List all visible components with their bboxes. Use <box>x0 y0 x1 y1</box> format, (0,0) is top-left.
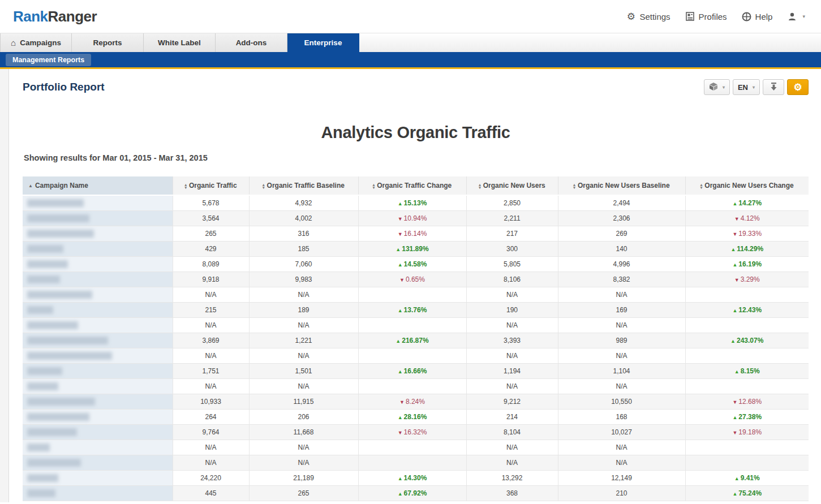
organic-traffic-change-cell: ▲13.76% <box>358 302 466 317</box>
redacted-campaign-name <box>27 321 78 329</box>
profiles-menu-item[interactable]: Profiles <box>685 11 727 21</box>
redacted-campaign-name <box>27 199 84 207</box>
help-menu-item[interactable]: Help <box>742 11 773 21</box>
tab-add-ons[interactable]: Add-ons <box>216 33 287 52</box>
campaign-name-cell[interactable] <box>23 378 173 394</box>
redacted-campaign-name <box>27 443 50 451</box>
redacted-campaign-name <box>27 413 89 421</box>
change-value: 12.68% <box>738 398 762 406</box>
organic-traffic-baseline-cell: 7,060 <box>249 256 358 272</box>
campaign-name-cell[interactable] <box>23 195 173 210</box>
campaign-name-cell[interactable] <box>23 348 173 363</box>
download-button[interactable] <box>763 79 784 95</box>
campaign-name-cell[interactable] <box>23 241 173 256</box>
organic-new-users-baseline-cell: 210 <box>558 485 685 501</box>
organic-new-users-change-cell: ▼12.68% <box>685 394 809 409</box>
organic-traffic-baseline-cell: 21,189 <box>249 470 358 485</box>
widget-selector-button[interactable]: ▾ <box>704 79 730 95</box>
campaign-name-cell[interactable] <box>23 226 173 241</box>
column-header-organic-new-users-change[interactable]: ▴▾Organic New Users Change <box>685 176 809 195</box>
change-value: 8.24% <box>406 398 425 406</box>
change-value: 67.92% <box>404 489 427 497</box>
user-account-menu[interactable]: ▾ <box>787 11 805 21</box>
table-row: 24,22021,189▲14.30%13,29212,149▲9.41% <box>23 470 809 485</box>
campaign-name-cell[interactable] <box>23 210 173 226</box>
campaign-name-cell[interactable] <box>23 470 173 485</box>
redacted-campaign-name <box>27 275 60 283</box>
table-row: 3,5644,002▼10.94%2,2112,306▼4.12% <box>23 210 809 226</box>
organic-traffic-baseline-cell: 1,221 <box>249 333 358 348</box>
chevron-down-icon: ▾ <box>753 85 755 90</box>
column-header-organic-new-users[interactable]: ▴▾Organic New Users <box>466 176 558 195</box>
arrow-down-icon: ▼ <box>398 231 403 237</box>
report-settings-button[interactable]: ⚙ <box>787 79 809 95</box>
change-value: 15.13% <box>404 199 427 207</box>
campaign-name-cell[interactable] <box>23 455 173 470</box>
column-header-organic-new-users-baseline[interactable]: ▴▾Organic New Users Baseline <box>558 176 685 195</box>
organic-new-users-change-cell <box>685 287 809 302</box>
language-selector-button[interactable]: EN ▾ <box>733 79 760 95</box>
organic-new-users-change-cell: ▲9.41% <box>685 470 809 485</box>
organic-traffic-change-cell <box>358 440 466 455</box>
arrow-down-icon: ▼ <box>732 399 737 405</box>
organic-traffic-change-cell <box>358 287 466 302</box>
campaign-name-cell[interactable] <box>23 256 173 272</box>
change-value: 9.41% <box>741 474 760 482</box>
organic-new-users-cell: 5,805 <box>466 256 558 272</box>
column-header-organic-traffic[interactable]: ▴▾Organic Traffic <box>173 176 249 195</box>
table-row: 215189▲13.76%190169▲12.43% <box>23 302 809 317</box>
tab-reports[interactable]: Reports <box>72 33 144 52</box>
arrow-down-icon: ▼ <box>732 430 737 436</box>
campaign-name-cell[interactable] <box>23 394 173 409</box>
organic-traffic-baseline-cell: N/A <box>249 348 358 363</box>
table-row: 445265▲67.92%368210▲75.24% <box>23 485 809 501</box>
column-header-campaign-name[interactable]: ▲Campaign Name <box>23 176 173 195</box>
change-value: 28.16% <box>404 413 427 421</box>
change-value: 14.58% <box>404 260 427 268</box>
organic-traffic-cell: N/A <box>173 287 249 302</box>
column-label: Organic Traffic Baseline <box>267 182 345 189</box>
organic-traffic-baseline-cell: 4,932 <box>249 195 358 210</box>
arrow-up-icon: ▲ <box>734 369 740 374</box>
campaign-name-cell[interactable] <box>23 272 173 287</box>
sort-both-icon: ▴▾ <box>479 183 481 189</box>
campaign-name-cell[interactable] <box>23 409 173 424</box>
redacted-campaign-name <box>27 306 53 314</box>
organic-traffic-cell: 1,751 <box>173 363 249 378</box>
campaign-name-cell[interactable] <box>23 485 173 501</box>
organic-new-users-change-cell: ▲75.24% <box>685 485 809 501</box>
tab-white-label[interactable]: White Label <box>144 33 216 52</box>
campaign-name-cell[interactable] <box>23 440 173 455</box>
organic-traffic-baseline-cell: N/A <box>249 287 358 302</box>
help-label: Help <box>755 12 773 21</box>
rankranger-logo[interactable]: RankRanger <box>13 8 97 25</box>
column-label: Organic Traffic <box>189 182 237 189</box>
profiles-label: Profiles <box>699 12 727 21</box>
chevron-down-icon: ▾ <box>802 14 805 19</box>
redacted-campaign-name <box>27 337 108 344</box>
organic-traffic-baseline-cell: N/A <box>249 440 358 455</box>
campaign-name-cell[interactable] <box>23 363 173 378</box>
column-header-organic-traffic-change[interactable]: ▴▾Organic Traffic Change <box>358 176 466 195</box>
redacted-campaign-name <box>27 474 58 482</box>
campaign-name-cell[interactable] <box>23 333 173 348</box>
organic-new-users-change-cell <box>685 455 809 470</box>
chevron-down-icon: ▾ <box>723 85 725 90</box>
collapsed-side-rail[interactable] <box>0 69 9 502</box>
column-header-organic-traffic-baseline[interactable]: ▴▾Organic Traffic Baseline <box>249 176 358 195</box>
report-table-body: 5,6784,932▲15.13%2,8502,494▲14.27%3,5644… <box>23 195 809 501</box>
management-reports-button[interactable]: Management Reports <box>6 54 91 66</box>
campaign-name-cell[interactable] <box>23 302 173 317</box>
settings-menu-item[interactable]: ⚙ Settings <box>626 11 670 21</box>
tab-enterprise[interactable]: Enterprise <box>287 33 359 52</box>
campaign-name-cell[interactable] <box>23 287 173 302</box>
tab-campaigns[interactable]: ⌂ Campaigns <box>0 33 72 52</box>
organic-traffic-cell: 215 <box>173 302 249 317</box>
campaign-name-cell[interactable] <box>23 424 173 440</box>
campaign-name-cell[interactable] <box>23 317 173 333</box>
change-value: 8.15% <box>741 367 760 375</box>
arrow-down-icon: ▼ <box>732 231 737 237</box>
organic-traffic-change-cell: ▲67.92% <box>358 485 466 501</box>
organic-traffic-cell: 9,918 <box>173 272 249 287</box>
table-header-row: ▲Campaign Name ▴▾Organic Traffic ▴▾Organ… <box>23 176 809 195</box>
